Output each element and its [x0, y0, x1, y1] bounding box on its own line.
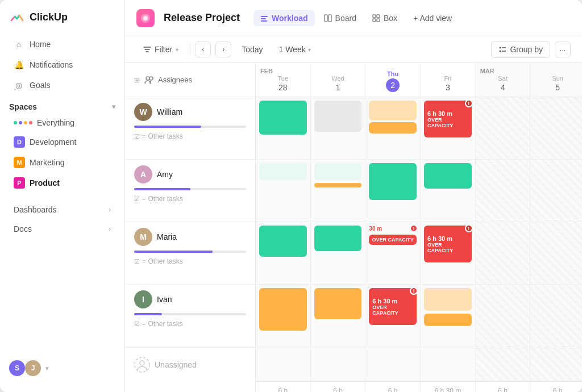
task-block[interactable]: [259, 163, 307, 180]
box-icon: [372, 14, 380, 22]
sidebar-home-label: Home: [30, 40, 51, 49]
sidebar-item-notifications[interactable]: 🔔 Notifications: [5, 55, 120, 74]
svg-point-17: [149, 77, 153, 80]
calendar-inner: Feb Tue 28 Wed 1 Thu 2 F: [256, 63, 582, 392]
task-block-orange[interactable]: [369, 122, 417, 134]
sidebar-item-dashboards[interactable]: Dashboards ›: [5, 201, 120, 219]
avatar-ivan: I: [134, 290, 152, 308]
marketing-badge: M: [14, 157, 25, 168]
everything-icon: [14, 121, 32, 124]
progress-william: [134, 126, 246, 128]
svg-point-13: [500, 51, 501, 52]
expand-icon[interactable]: ⊞: [134, 76, 140, 84]
task-block[interactable]: [259, 226, 307, 257]
task-block[interactable]: [314, 163, 362, 180]
sidebar-item-home[interactable]: ⌂ Home: [5, 35, 120, 54]
task-block[interactable]: [259, 101, 307, 135]
svg-rect-5: [261, 20, 267, 22]
tab-board[interactable]: Board: [317, 10, 363, 26]
sidebar-item-marketing[interactable]: M Marketing: [5, 153, 120, 172]
user-avatar-2[interactable]: J: [25, 360, 41, 376]
spaces-section: Spaces ▾: [0, 95, 124, 114]
week-selector[interactable]: 1 Week ▾: [273, 42, 316, 57]
hours-cell-3: 6 h 30 m: [421, 382, 476, 392]
task-block[interactable]: [369, 163, 417, 200]
task-block-amy[interactable]: [424, 163, 472, 189]
day-cells-1: [311, 97, 366, 381]
cell-william-3: 6 h 30 m OVER CAPACITY !: [421, 97, 475, 160]
svg-rect-4: [261, 18, 266, 19]
logo: ClickUp: [0, 9, 124, 34]
cell-maria-4: [476, 222, 530, 285]
sidebar-item-product[interactable]: P Product: [5, 173, 120, 193]
task-block[interactable]: [314, 101, 362, 132]
hours-cell-1: 6 h: [311, 382, 366, 392]
user-menu-arrow[interactable]: ▾: [45, 365, 49, 372]
cell-unassigned-2: [365, 347, 420, 381]
cell-maria-2: 30 m OVER CAPACITY !: [365, 222, 420, 285]
task-block-pink[interactable]: [369, 101, 417, 120]
filter-button[interactable]: Filter ▾: [136, 41, 185, 57]
hours-row: 6 h 6 h 6 h 6 h 30 m 6 h 6 h: [256, 381, 582, 392]
day-cells-2: 30 m OVER CAPACITY !: [365, 97, 421, 381]
filter-icon: [143, 45, 151, 53]
assignees-header: ⊞ Assignees: [125, 63, 255, 97]
cell-amy-2: [365, 160, 420, 222]
task-block[interactable]: [314, 288, 362, 319]
spaces-header[interactable]: Spaces ▾: [9, 102, 115, 111]
day-cells-0: [256, 97, 311, 381]
task-red-william[interactable]: 6 h 30 m OVER CAPACITY: [424, 101, 472, 137]
cell-william-2: [365, 97, 420, 160]
cell-maria-5: [530, 222, 582, 285]
cell-william-0: [256, 97, 310, 160]
task-orange-ivan[interactable]: [424, 314, 472, 326]
task-red-ivan[interactable]: 6 h 30 m OVER CAPACITY: [369, 288, 417, 325]
more-options-button[interactable]: ···: [555, 41, 571, 57]
header: Release Project Workload Board: [125, 0, 582, 36]
sidebar-item-docs[interactable]: Docs ›: [5, 220, 120, 238]
tab-box[interactable]: Box: [365, 10, 404, 26]
svg-rect-10: [373, 19, 376, 22]
development-badge: D: [14, 136, 25, 148]
svg-point-12: [500, 47, 501, 49]
progress-maria: [134, 251, 246, 253]
svg-point-16: [146, 77, 149, 80]
prev-button[interactable]: ‹: [195, 41, 211, 57]
group-by-button[interactable]: Group by: [491, 41, 550, 58]
cell-ivan-4: [476, 285, 530, 347]
sidebar-item-development[interactable]: D Development: [5, 132, 120, 152]
sidebar-bottom: S J ▾: [0, 353, 124, 383]
cal-body: 30 m OVER CAPACITY !: [256, 97, 582, 381]
next-button[interactable]: ›: [215, 41, 231, 57]
cell-amy-5: [530, 160, 582, 222]
task-block-orange[interactable]: [314, 183, 362, 187]
tab-workload[interactable]: Workload: [253, 10, 315, 26]
today-button[interactable]: Today: [236, 42, 268, 57]
add-view-button[interactable]: + Add view: [406, 10, 459, 26]
task-red-block[interactable]: OVER CAPACITY: [369, 235, 417, 245]
svg-point-19: [140, 361, 144, 365]
svg-rect-3: [261, 16, 268, 17]
task-red-maria[interactable]: 6 h 30 m OVER CAPACITY: [424, 226, 472, 262]
project-title: Release Project: [164, 12, 240, 24]
user-avatar[interactable]: S: [9, 360, 25, 376]
info-icon-ivan: !: [410, 287, 418, 295]
task-block[interactable]: [259, 288, 307, 331]
day-col-2: Thu 2: [365, 63, 421, 97]
filter-chevron: ▾: [176, 47, 178, 53]
svg-rect-11: [377, 19, 380, 22]
unassigned-icon: [134, 357, 150, 373]
task-pink-ivan[interactable]: [424, 288, 472, 311]
sidebar-item-everything[interactable]: Everything: [5, 114, 120, 131]
hours-cell-2: 6 h: [365, 382, 421, 392]
toolbar: Filter ▾ ‹ › Today 1 Week ▾ Gr: [125, 36, 582, 63]
sidebar-item-goals[interactable]: ◎ Goals: [5, 76, 120, 95]
cell-ivan-5: [530, 285, 582, 347]
cell-unassigned-5: [530, 347, 582, 381]
progress-ivan: [134, 313, 246, 315]
svg-point-2: [144, 17, 147, 19]
cell-ivan-0: [256, 285, 310, 347]
product-badge: P: [14, 177, 25, 189]
view-tabs: Workload Board Box: [253, 10, 459, 26]
task-block[interactable]: [314, 226, 362, 251]
